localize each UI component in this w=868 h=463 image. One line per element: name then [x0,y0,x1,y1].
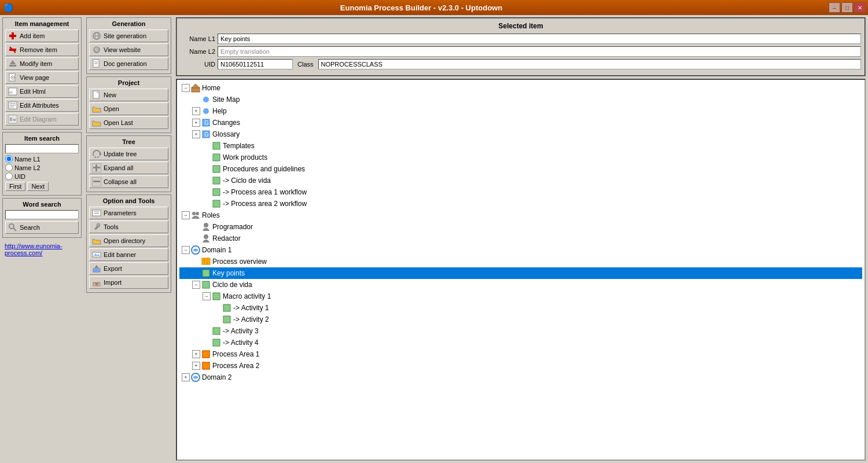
search-radio-group: Name L1 Name L2 UID [5,155,79,180]
node-icon-ciclovida [201,280,211,289]
expand-btn-processarea1[interactable]: + [192,350,200,358]
node-icon-help [201,106,211,116]
tree-node-processoverview[interactable]: Process overview [179,256,862,267]
svg-marker-44 [192,84,200,88]
expand-btn-macroactivity1[interactable]: − [203,292,211,300]
tree-node-activity1[interactable]: -> Activity 1 [179,302,862,314]
edit-banner-icon [92,250,101,259]
tree-node-processarea2[interactable]: +Process Area 2 [179,360,862,372]
remove-item-button[interactable]: Remove item [5,43,79,56]
tree-node-keypoints[interactable]: Key points [179,267,862,279]
radio-name-l1[interactable] [5,155,13,163]
add-item-button[interactable]: Add item [5,30,79,42]
parameters-button[interactable]: Parameters [89,207,168,219]
node-label-activity2: -> Activity 2 [233,314,269,325]
doc-generation-button[interactable]: Doc generation [89,57,168,70]
edit-html-button[interactable]: H Edit Html [5,85,79,98]
modify-item-button[interactable]: Modify item [5,57,79,70]
tree-node-procguidelines[interactable]: Procedures and guidelines [179,163,862,175]
tree-node-sitemap[interactable]: Site Map [179,94,862,105]
tree-panel[interactable]: −HomeSite Map+Help+GChanges+GGlossaryTem… [176,79,866,461]
tree-node-roles[interactable]: −Roles [179,210,862,221]
tree-node-help[interactable]: +Help [179,105,862,117]
site-generation-icon [92,31,101,41]
expand-btn-roles[interactable]: − [182,211,190,219]
tree-node-domain2[interactable]: +Domain 2 [179,372,862,383]
name-l2-input[interactable] [218,46,861,57]
expand-all-button[interactable]: Expand all [89,161,168,174]
tree-node-processarea1[interactable]: +Process Area 1 [179,348,862,360]
tree-node-redactor[interactable]: Redactor [179,233,862,244]
node-label-help: Help [212,106,227,116]
edit-banner-button[interactable]: Edit banner [89,248,168,261]
new-button[interactable]: New [89,89,168,101]
view-website-button[interactable]: @ View website [89,43,168,56]
tree-node-ciclovida[interactable]: −Ciclo de vida [179,279,862,291]
name-l1-input[interactable] [218,34,861,44]
item-search-input[interactable] [5,144,79,153]
uid-input[interactable] [218,59,293,69]
svg-point-7 [12,77,13,78]
svg-rect-56 [213,200,220,207]
titlebar: 🔵 Eunomia Process Builder - v2.3.0 - Upt… [0,0,868,15]
node-label-processarea2: Process Area 2 [212,361,259,371]
tree-node-domain1[interactable]: −Domain 1 [179,244,862,256]
first-button[interactable]: First [5,182,25,191]
svg-marker-28 [100,152,101,156]
tree-node-activity2[interactable]: -> Activity 2 [179,314,862,325]
item-search-title: Item search [5,135,79,142]
svg-rect-65 [203,270,209,277]
tools-icon [92,222,101,232]
expand-btn-ciclovida[interactable]: − [192,281,200,289]
website-link[interactable]: http://www.eunomia-process.com/ [5,242,62,256]
doc-generation-icon [92,59,101,68]
node-label-domain2: Domain 2 [202,372,231,383]
collapse-all-button[interactable]: Collapse all [89,175,168,188]
tree-node-templates[interactable]: Templates [179,140,862,152]
node-icon-home [191,83,200,93]
tree-node-activity3[interactable]: -> Activity 3 [179,325,862,337]
item-search-section: Item search Name L1 Name L2 UID [2,132,82,196]
open-directory-button[interactable]: Open directory [89,234,168,247]
expand-btn-changes[interactable]: + [192,119,200,127]
edit-attributes-button[interactable]: Edit Attributes [5,99,79,112]
radio-name-l2[interactable] [5,164,13,171]
radio-uid[interactable] [5,172,13,180]
minimize-button[interactable]: – [829,2,840,13]
export-button[interactable]: Export [89,262,168,275]
tree-node-processarea2wf[interactable]: -> Process area 2 workflow [179,198,862,210]
expand-btn-home[interactable]: − [182,84,190,92]
expand-btn-processarea2[interactable]: + [192,362,200,370]
search-button[interactable]: Search [5,221,79,234]
tree-node-processarea1wf[interactable]: -> Process area 1 workflow [179,186,862,198]
tree-node-workproducts[interactable]: Work products [179,152,862,163]
expand-btn-glossary[interactable]: + [192,130,200,138]
node-icon-templates [212,141,221,150]
open-button[interactable]: Open [89,102,168,115]
word-search-input[interactable] [5,210,79,219]
open-last-button[interactable]: Open Last [89,116,168,129]
expand-btn-help[interactable]: + [192,107,200,115]
tree-node-glossary[interactable]: +GGlossary [179,128,862,140]
update-tree-button[interactable]: Update tree [89,148,168,160]
tree-node-programador[interactable]: Programador [179,221,862,233]
tree-node-activity4[interactable]: -> Activity 4 [179,337,862,348]
tree-node-changes[interactable]: +GChanges [179,117,862,128]
expand-btn-domain2[interactable]: + [182,373,190,381]
tree-node-ciclovida1[interactable]: -> Ciclo de vida [179,175,862,186]
next-button[interactable]: Next [27,182,49,191]
expand-btn-domain1[interactable]: − [182,246,190,254]
import-button[interactable]: Import [89,276,168,289]
close-button[interactable]: ✕ [854,2,866,13]
edit-diagram-button[interactable]: Edit Diagram [5,113,79,126]
tools-button[interactable]: Tools [89,221,168,233]
view-page-button[interactable]: View page [5,71,79,84]
class-input[interactable] [318,59,861,69]
tree-node-home[interactable]: −Home [179,82,862,94]
tree-node-macroactivity1[interactable]: −Macro activity 1 [179,291,862,302]
site-generation-button[interactable]: Site generation [89,30,168,42]
svg-rect-73 [203,362,209,369]
item-management-title: Item management [5,20,79,27]
edit-diagram-icon [8,115,17,124]
maximize-button[interactable]: □ [841,2,853,13]
